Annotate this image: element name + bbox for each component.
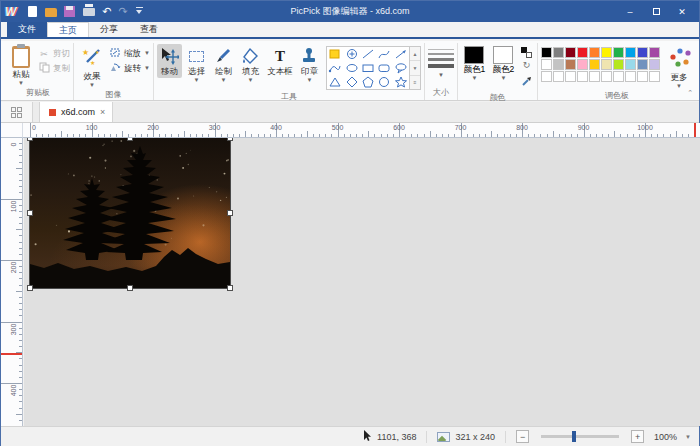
palette-swatch[interactable] (613, 59, 624, 70)
palette-swatch[interactable] (577, 47, 588, 58)
select-tool-button[interactable]: 选择 ▼ (184, 44, 209, 83)
shape-highlight-square-icon[interactable] (327, 47, 343, 61)
palette-empty-slot[interactable] (613, 71, 624, 82)
zoom-slider[interactable] (541, 435, 619, 438)
gallery-down-icon[interactable]: ▼ (410, 61, 420, 75)
tab-file[interactable]: 文件 (7, 22, 47, 37)
maximize-button[interactable] (643, 2, 669, 21)
shape-rounded-rectangle-icon[interactable] (376, 61, 392, 75)
palette-swatch[interactable] (625, 59, 636, 70)
color2-button[interactable]: 颜色2 ▼ (490, 44, 517, 81)
palette-empty-slot[interactable] (625, 71, 636, 82)
palette-empty-slot[interactable] (589, 71, 600, 82)
palette-empty-slot[interactable] (637, 71, 648, 82)
rotate-button[interactable]: 旋转 ▼ (109, 62, 150, 75)
palette-empty-slot[interactable] (565, 71, 576, 82)
selection-handle-tr[interactable] (227, 138, 233, 141)
palette-empty-slot[interactable] (553, 71, 564, 82)
textbox-tool-button[interactable]: T 文本框 (265, 44, 295, 78)
gallery-up-icon[interactable]: ▲ (410, 47, 420, 61)
palette-swatch[interactable] (553, 59, 564, 70)
color1-button[interactable]: 颜色1 ▼ (461, 44, 488, 81)
save-icon[interactable] (64, 6, 76, 18)
palette-swatch[interactable] (613, 47, 624, 58)
palette-swatch[interactable] (601, 47, 612, 58)
canvas-area[interactable] (24, 138, 700, 426)
tab-share[interactable]: 分享 (89, 22, 129, 37)
copy-button[interactable]: 复制 (38, 62, 70, 75)
palette-swatch[interactable] (637, 47, 648, 58)
shape-rectangle-icon[interactable] (360, 61, 376, 75)
cut-button[interactable]: ✂ 剪切 (38, 47, 70, 60)
zoom-slider-thumb[interactable] (572, 431, 576, 442)
line-size-icon[interactable] (428, 44, 454, 68)
selection-handle-ml[interactable] (27, 210, 33, 216)
shape-star-icon[interactable] (393, 75, 409, 89)
shape-ellipse-icon[interactable] (343, 61, 359, 75)
draw-tool-button[interactable]: 绘制 ▼ (211, 44, 236, 83)
swap-colors-icon[interactable] (521, 47, 532, 58)
window-layout-button[interactable] (1, 102, 33, 122)
palette-swatch[interactable] (589, 47, 600, 58)
gallery-more-icon[interactable]: ≡ (410, 76, 420, 89)
palette-swatch[interactable] (565, 47, 576, 58)
close-button[interactable]: ✕ (669, 2, 695, 21)
palette-empty-slot[interactable] (649, 71, 660, 82)
palette-swatch[interactable] (541, 59, 552, 70)
effects-button[interactable]: ★★★ 效果 ▼ (77, 44, 107, 88)
new-file-icon[interactable] (26, 6, 38, 18)
palette-swatch[interactable] (601, 59, 612, 70)
zoom-in-button[interactable]: + (631, 430, 644, 443)
shape-magnifier-icon[interactable] (343, 47, 359, 61)
selection-handle-br[interactable] (227, 285, 233, 291)
collapse-ribbon-icon[interactable]: ⌃ (687, 89, 693, 97)
tab-home[interactable]: 主页 (47, 22, 89, 37)
fill-tool-button[interactable]: 填充 ▼ (238, 44, 263, 83)
undo-icon[interactable]: ↶ (102, 6, 111, 17)
minimize-button[interactable]: – (617, 2, 643, 21)
qat-dropdown-icon[interactable] (135, 7, 144, 16)
palette-swatch[interactable] (565, 59, 576, 70)
selection-handle-bm[interactable] (127, 285, 133, 291)
palette-swatch[interactable] (637, 59, 648, 70)
selected-image[interactable] (30, 138, 230, 288)
palette-empty-slot[interactable] (541, 71, 552, 82)
palette-empty-slot[interactable] (601, 71, 612, 82)
shape-arrow-line-icon[interactable] (393, 47, 409, 61)
zoom-out-button[interactable]: − (516, 430, 529, 443)
document-tab[interactable]: x6d.com × (39, 102, 113, 122)
move-tool-button[interactable]: 移动 (157, 44, 182, 78)
shape-diamond-icon[interactable] (343, 75, 359, 89)
selection-handle-tl[interactable] (27, 138, 33, 141)
stamp-tool-button[interactable]: 印章 ▼ (297, 44, 322, 83)
palette-swatch[interactable] (649, 59, 660, 70)
open-folder-icon[interactable] (45, 6, 57, 18)
palette-swatch[interactable] (553, 47, 564, 58)
shape-pentagon-icon[interactable] (360, 75, 376, 89)
shape-curve-icon[interactable] (376, 47, 392, 61)
tab-close-icon[interactable]: × (100, 107, 105, 117)
shape-callout-icon[interactable] (393, 61, 409, 75)
shape-polyline-icon[interactable] (327, 61, 343, 75)
print-icon[interactable] (83, 6, 95, 18)
redo-icon[interactable]: ↷ (119, 6, 128, 17)
palette-swatch[interactable] (625, 47, 636, 58)
selection-handle-bl[interactable] (27, 285, 33, 291)
shape-line-icon[interactable] (360, 47, 376, 61)
shape-circle-icon[interactable] (376, 75, 392, 89)
palette-swatch[interactable] (577, 59, 588, 70)
tab-view[interactable]: 查看 (129, 22, 169, 37)
reset-colors-icon[interactable]: ↻ (523, 61, 531, 70)
selection-handle-mr[interactable] (227, 210, 233, 216)
paste-button[interactable]: 粘贴 ▼ (6, 44, 36, 86)
palette-swatch[interactable] (541, 47, 552, 58)
zoom-level[interactable]: 100% ▼ (654, 432, 691, 442)
shape-triangle-icon[interactable] (327, 75, 343, 89)
eyedropper-icon[interactable] (521, 73, 532, 91)
palette-empty-slot[interactable] (577, 71, 588, 82)
resize-button[interactable]: 缩放 ▼ (109, 47, 150, 60)
more-colors-button[interactable]: 更多 ▼ (665, 44, 693, 89)
palette-swatch[interactable] (649, 47, 660, 58)
palette-swatch[interactable] (589, 59, 600, 70)
selection-handle-tm[interactable] (127, 138, 133, 141)
